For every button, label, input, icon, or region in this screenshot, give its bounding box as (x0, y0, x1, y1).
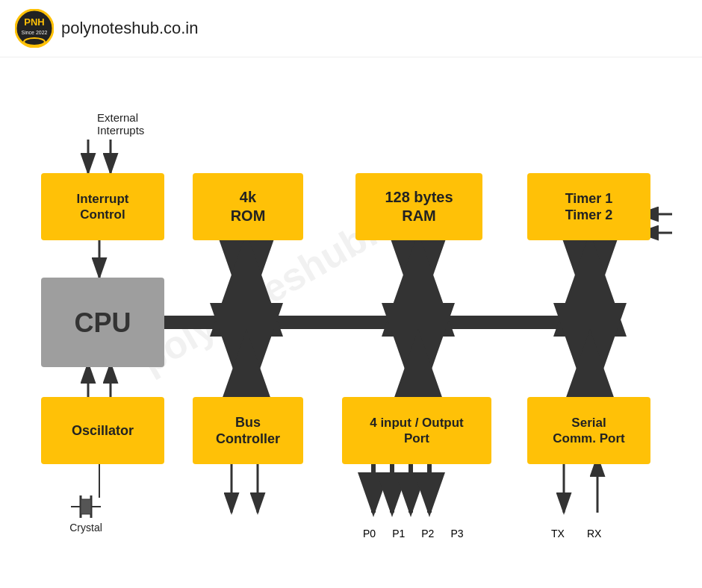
bus-controller-block: BusController (193, 397, 303, 464)
logo: PNH Since 2022 (15, 9, 54, 48)
interrupt-control-block: InterruptControl (41, 173, 164, 240)
external-interrupts-label: ExternalInterrupts (97, 111, 144, 137)
p2-label: P2 (421, 528, 434, 539)
cpu-block: CPU (41, 278, 164, 367)
p3-label: P3 (450, 528, 463, 539)
svg-text:PNH: PNH (24, 16, 44, 28)
port-labels: P0 P1 P2 P3 (363, 528, 464, 539)
diagram: polynoteshub.co.in (0, 57, 702, 588)
svg-rect-41 (81, 499, 91, 514)
serial-port-block: SerialComm. Port (527, 397, 650, 464)
output-port-block: 4 input / OutputPort (342, 397, 491, 464)
rx-label: RX (587, 528, 601, 539)
crystal-group: Crystal (67, 492, 105, 534)
timer-block: Timer 1Timer 2 (527, 173, 650, 240)
svg-point-0 (16, 10, 53, 47)
oscillator-block: Oscillator (41, 397, 164, 464)
svg-text:Since 2022: Since 2022 (21, 30, 47, 35)
header: PNH Since 2022 polynoteshub.co.in (0, 0, 702, 57)
serial-labels: TX RX (551, 528, 601, 539)
p0-label: P0 (363, 528, 376, 539)
crystal-label: Crystal (69, 522, 102, 534)
p1-label: P1 (392, 528, 405, 539)
site-title: polynoteshub.co.in (61, 19, 198, 38)
tx-label: TX (551, 528, 565, 539)
ram-block: 128 bytesRAM (355, 173, 482, 240)
rom-block: 4kROM (193, 173, 303, 240)
